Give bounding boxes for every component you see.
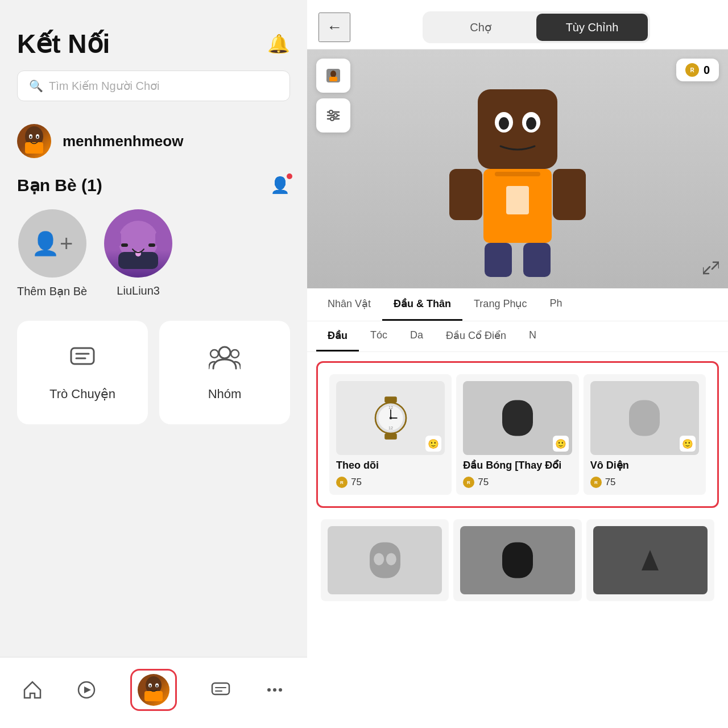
shrink-icon[interactable] <box>703 260 719 279</box>
svg-rect-53 <box>495 172 540 176</box>
sub-tab-n[interactable]: N <box>518 321 548 351</box>
item-2-2[interactable] <box>453 519 581 601</box>
price-icon-1: R <box>336 477 348 488</box>
search-input-placeholder: Tìm Kiếm Người Chơi <box>49 79 160 93</box>
item-2-3[interactable] <box>586 519 714 601</box>
nav-chat[interactable] <box>210 680 231 700</box>
nav-play[interactable] <box>76 680 97 700</box>
friends-section: Bạn Bè (1) 👤 👤+ Thêm Bạn Bè <box>0 169 307 309</box>
search-bar[interactable]: 🔍 Tìm Kiếm Người Chơi <box>17 71 290 101</box>
robux-icon: R <box>685 63 699 77</box>
cat-ph[interactable]: Ph <box>538 288 573 321</box>
item-price-vo-dien: R 75 <box>590 477 616 488</box>
svg-line-58 <box>703 267 710 274</box>
add-friend-button[interactable]: 👤 <box>270 176 290 195</box>
face-badge-3: 🙂 <box>680 436 696 452</box>
avatar-svg <box>17 124 51 158</box>
right-panel: ← Chợ Tùy Chỉnh <box>307 0 728 728</box>
svg-rect-13 <box>71 348 94 364</box>
svg-text:12: 12 <box>388 405 393 410</box>
group-action[interactable]: Nhóm <box>159 321 290 424</box>
svg-rect-22 <box>144 691 163 701</box>
svg-rect-52 <box>523 243 551 277</box>
chat-action[interactable]: Trò Chuyện <box>17 321 148 424</box>
nav-avatar-svg <box>138 674 169 706</box>
item-thumb-2-1 <box>328 526 442 594</box>
character-svg <box>432 55 603 283</box>
sub-tab-dau[interactable]: Đầu <box>316 321 359 351</box>
svg-point-39 <box>329 110 333 114</box>
svg-text:R: R <box>467 480 470 485</box>
price-robux-svg-3: R <box>592 478 600 486</box>
svg-line-57 <box>712 262 719 269</box>
head-dark-svg <box>492 392 543 444</box>
svg-rect-9 <box>148 243 155 247</box>
avatar[interactable] <box>17 124 51 158</box>
category-tabs: Nhân Vật Đầu & Thân Trang Phục Ph <box>307 288 728 321</box>
sub-tab-da[interactable]: Da <box>399 321 435 351</box>
item-theo-doi[interactable]: 12 12 🙂 Theo dõi R 75 <box>329 374 452 495</box>
item-dau-bong[interactable]: 🙂 Đầu Bóng [Thay Đổi R 75 <box>456 374 578 495</box>
svg-point-40 <box>334 114 337 117</box>
cat-trang-phuc[interactable]: Trang Phục <box>462 288 538 321</box>
shape-dark-svg <box>633 535 667 586</box>
sub-tabs: Đầu Tóc Da Đầu Cổ Điển N <box>307 321 728 352</box>
cat-nhan-vat[interactable]: Nhân Vật <box>316 288 382 321</box>
svg-point-16 <box>219 347 230 358</box>
item-2-1[interactable] <box>321 519 449 601</box>
svg-point-5 <box>37 136 39 138</box>
chat-svg <box>68 344 97 372</box>
svg-point-77 <box>374 553 384 565</box>
sub-tab-toc[interactable]: Tóc <box>359 321 399 351</box>
item-vo-dien[interactable]: 🙂 Vô Diện R 75 <box>584 374 706 495</box>
avatar-select-icon[interactable] <box>316 59 350 93</box>
cat-dau-than[interactable]: Đầu & Thân <box>382 288 462 321</box>
svg-rect-50 <box>553 169 586 220</box>
item-name-theo-doi: Theo dõi <box>336 460 379 472</box>
group-icon <box>209 344 241 378</box>
svg-rect-51 <box>485 243 512 277</box>
svg-rect-73 <box>629 400 660 436</box>
sub-tab-dau-co-dien[interactable]: Đầu Cổ Điển <box>435 321 518 351</box>
svg-point-47 <box>499 117 509 130</box>
items-area: 12 12 🙂 Theo dõi R 75 <box>307 352 728 728</box>
svg-text:R: R <box>594 480 598 485</box>
head-black-svg <box>492 535 543 586</box>
svg-rect-59 <box>384 396 397 403</box>
home-icon <box>22 680 43 700</box>
nav-more[interactable] <box>264 680 285 700</box>
nav-home[interactable] <box>22 680 43 700</box>
avatar-sidebar-icons <box>316 59 350 133</box>
friend-avatar-svg <box>104 209 172 278</box>
svg-point-78 <box>386 553 396 565</box>
add-friend-item[interactable]: 👤+ Thêm Bạn Bè <box>17 209 87 298</box>
item-name-vo-dien: Vô Diện <box>590 460 629 472</box>
svg-point-48 <box>526 117 536 130</box>
chat-icon <box>68 344 97 378</box>
item-thumb-2-2 <box>460 526 574 594</box>
svg-rect-79 <box>502 542 533 578</box>
items-row-2 <box>307 517 728 613</box>
friends-list: 👤+ Thêm Bạn Bè L <box>17 209 290 298</box>
price-icon-2: R <box>463 477 474 488</box>
friend-name: LiuLiun3 <box>117 284 160 297</box>
group-label: Nhóm <box>208 387 242 402</box>
bell-icon[interactable]: 🔔 <box>267 33 290 55</box>
back-button[interactable]: ← <box>318 13 350 42</box>
tab-tuy-chinh[interactable]: Tùy Chỉnh <box>536 14 648 41</box>
svg-rect-44 <box>478 89 557 169</box>
svg-rect-60 <box>384 433 397 440</box>
avatar-settings-icon[interactable] <box>316 98 350 133</box>
friend-liuliun3[interactable]: LiuLiun3 <box>104 209 172 298</box>
svg-point-65 <box>389 417 392 420</box>
tab-cho[interactable]: Chợ <box>425 14 536 41</box>
page-title: Kết Nối <box>17 28 110 59</box>
avatar-thumbnail <box>325 68 341 84</box>
svg-rect-49 <box>449 169 482 220</box>
notification-dot <box>287 173 292 179</box>
svg-text:R: R <box>690 67 694 73</box>
svg-point-34 <box>330 71 336 77</box>
svg-point-30 <box>267 688 271 692</box>
nav-avatar[interactable] <box>130 669 177 711</box>
search-icon: 🔍 <box>29 79 43 93</box>
